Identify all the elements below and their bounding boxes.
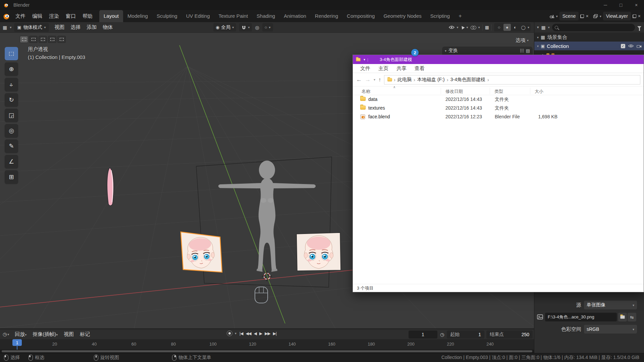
topbar-menu-窗口[interactable]: 窗口: [62, 10, 79, 22]
column-header-修改日期[interactable]: 修改日期: [445, 88, 463, 95]
outliner-row-scene-collection[interactable]: 场景集合: [534, 33, 644, 42]
timeline-menu-回放[interactable]: 回放: [12, 331, 30, 338]
timeline-editor-icon[interactable]: [3, 331, 7, 337]
file-row-face.blend[interactable]: face.blend2022/12/16 12:23Blender File1,…: [353, 113, 644, 121]
reload-image-button[interactable]: [628, 313, 636, 321]
explorer-menu-文件[interactable]: 文件: [356, 65, 374, 72]
viewport-menu-添加[interactable]: 添加: [84, 24, 100, 31]
editor-type-icon[interactable]: [3, 25, 7, 30]
shading-rendered-button[interactable]: [520, 24, 527, 31]
image-filepath-field[interactable]: F:\3-4角色...ace_30.png: [545, 313, 617, 321]
show-gizmo-icon[interactable]: [449, 25, 454, 29]
colorspace-dropdown[interactable]: sRGB: [584, 325, 637, 334]
overlays-icon[interactable]: [471, 25, 476, 29]
tool-rotate-button[interactable]: ↻: [5, 93, 18, 107]
explorer-titlebar[interactable]: | 3-4角色面部建模: [353, 55, 644, 64]
snap-toggle[interactable]: [239, 23, 252, 32]
outliner-editor-icon[interactable]: [537, 25, 539, 29]
select-mode-intersect-button[interactable]: [57, 36, 66, 43]
timeline-scrollbar-track[interactable]: [0, 350, 534, 353]
delete-viewlayer-button[interactable]: [638, 13, 641, 19]
workspace-tab-layout[interactable]: Layout: [99, 10, 123, 22]
tool-scale-button[interactable]: ◲: [5, 109, 18, 122]
outliner-search-input[interactable]: [552, 24, 635, 31]
timeline-editor-caret-icon[interactable]: [7, 333, 9, 336]
tool-transform-button[interactable]: ◎: [5, 124, 18, 137]
new-viewlayer-button[interactable]: [633, 14, 636, 18]
delete-scene-button[interactable]: [586, 13, 588, 19]
viewport-menu-物体[interactable]: 物体: [100, 24, 116, 31]
quick-access-toolbar[interactable]: |: [364, 58, 368, 62]
breadcrumb-item-此电脑[interactable]: 此电脑: [395, 77, 414, 83]
shading-solid-button[interactable]: [503, 24, 511, 31]
breadcrumb[interactable]: 此电脑本地磁盘 (F:)3-4角色面部建模: [384, 75, 640, 84]
filter-icon[interactable]: [637, 26, 641, 28]
workspace-tab-scripting[interactable]: Scripting: [426, 10, 454, 22]
topbar-menu-渲染[interactable]: 渲染: [46, 10, 62, 22]
blender-logo-icon[interactable]: [3, 12, 10, 20]
up-button[interactable]: [378, 77, 381, 83]
shading-material-button[interactable]: [512, 24, 519, 31]
render-camera-icon[interactable]: [637, 44, 642, 48]
workspace-tab-rendering[interactable]: Rendering: [311, 10, 342, 22]
shading-wireframe-button[interactable]: [495, 24, 503, 31]
hide-eye-icon[interactable]: [628, 44, 634, 48]
explorer-menu-共享[interactable]: 共享: [392, 65, 411, 72]
overlays-caret-icon[interactable]: [478, 25, 480, 29]
timeline-menu-视图[interactable]: 视图: [61, 331, 77, 338]
workspace-tab-sculpting[interactable]: Sculpting: [152, 10, 182, 22]
play-button[interactable]: ▶: [259, 331, 263, 336]
tool-cursor-button[interactable]: ⊕: [5, 62, 18, 76]
column-header-类型[interactable]: 类型: [494, 88, 503, 95]
play-back-button[interactable]: ◀: [253, 331, 257, 336]
scene-dropdown-icon[interactable]: [556, 14, 558, 18]
viewlayer-selector[interactable]: ViewLayer: [603, 12, 631, 20]
playhead[interactable]: 1: [12, 339, 22, 346]
select-mode-extend-button[interactable]: [29, 36, 38, 43]
workspace-tab-texture-paint[interactable]: Texture Paint: [214, 10, 253, 22]
transform-orientation-selector[interactable]: 全局: [213, 23, 236, 32]
minimize-button[interactable]: ─: [598, 0, 613, 10]
prev-key-button[interactable]: ◀◀: [245, 331, 252, 336]
forward-button[interactable]: [365, 76, 371, 83]
history-dropdown-icon[interactable]: [374, 78, 375, 81]
file-row-data[interactable]: data2022/12/16 14:43文件夹: [353, 95, 644, 104]
workspace-tab-compositing[interactable]: Compositing: [342, 10, 379, 22]
use-preview-range-icon[interactable]: [440, 332, 444, 337]
explorer-menu-查看[interactable]: 查看: [411, 65, 429, 72]
workspace-tab-shading[interactable]: Shading: [252, 10, 279, 22]
file-explorer-window[interactable]: | 3-4角色面部建模 文件主页共享查看 此电脑本地磁盘 (F:)3-4角色面部…: [353, 55, 644, 292]
viewlayer-dropdown-icon[interactable]: [600, 14, 601, 18]
explorer-menu-主页[interactable]: 主页: [374, 65, 392, 72]
keying-caret-icon[interactable]: [235, 331, 236, 335]
auto-keying-button[interactable]: [227, 330, 232, 336]
selectability-icon[interactable]: [460, 25, 465, 29]
outliner-row-collection[interactable]: Collection: [534, 42, 644, 50]
back-button[interactable]: [356, 76, 362, 83]
topbar-menu-编辑[interactable]: 编辑: [29, 10, 46, 22]
tool-add-cube-button[interactable]: ⊞: [5, 170, 18, 184]
workspace-tab-geometry-nodes[interactable]: Geometry Nodes: [379, 10, 426, 22]
breadcrumb-item-3-4角色面部建模[interactable]: 3-4角色面部建模: [448, 77, 487, 83]
current-frame-field[interactable]: 1: [409, 330, 437, 339]
new-scene-button[interactable]: [580, 14, 584, 18]
spreadsheet-icon[interactable]: ▤: [526, 48, 530, 53]
column-header-大小[interactable]: 大小: [535, 88, 543, 95]
proportional-edit-icon[interactable]: [255, 25, 259, 30]
tool-annotate-button[interactable]: ✎: [5, 139, 18, 153]
scene-selector[interactable]: Scene: [559, 12, 579, 20]
timeline-menu-标记[interactable]: 标记: [77, 331, 93, 338]
mode-selector[interactable]: 物体模式: [14, 23, 49, 32]
close-button[interactable]: ×: [629, 0, 644, 10]
add-workspace-button[interactable]: +: [454, 10, 466, 22]
select-mode-new-button[interactable]: [20, 36, 28, 43]
workspace-tab-uv-editing[interactable]: UV Editing: [182, 10, 214, 22]
frame-start-field[interactable]: 起始 1: [447, 330, 484, 339]
source-dropdown[interactable]: 单张图像: [584, 301, 637, 309]
options-button[interactable]: 选项: [516, 37, 529, 44]
select-mode-invert-button[interactable]: [48, 36, 56, 43]
maximize-button[interactable]: □: [613, 0, 629, 10]
tool-measure-button[interactable]: ∠: [5, 155, 18, 168]
expand-icon[interactable]: [537, 44, 539, 48]
next-key-button[interactable]: ▶▶: [264, 331, 271, 336]
